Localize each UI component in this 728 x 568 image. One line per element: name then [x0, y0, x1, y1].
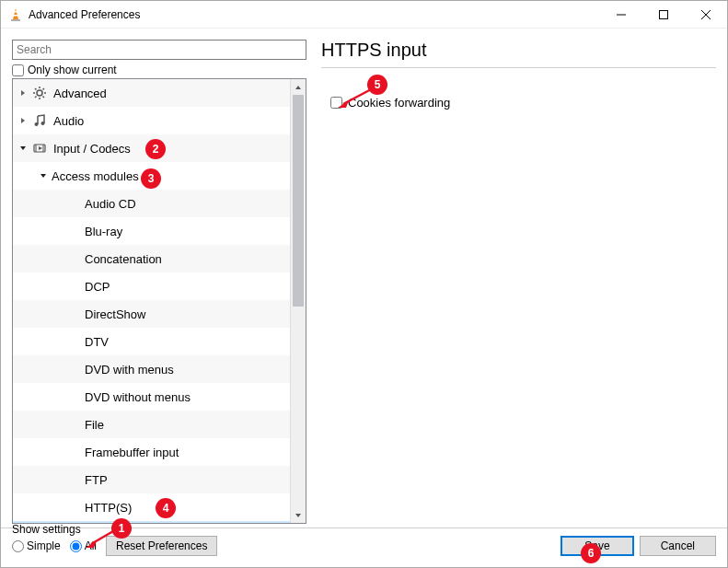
tree-item-concatenation[interactable]: Concatenation: [13, 245, 290, 272]
tree-item-dcp[interactable]: DCP: [13, 272, 290, 300]
vlc-cone-icon: [8, 7, 23, 22]
svg-line-15: [43, 97, 45, 99]
svg-rect-1: [14, 11, 17, 13]
tree-item-framebuffer-input[interactable]: Framebuffer input: [13, 438, 290, 466]
radio-simple[interactable]: [12, 540, 24, 552]
svg-marker-28: [295, 514, 301, 517]
tree-item-label: HTTP(S): [85, 501, 132, 515]
tree-item-audio-cd[interactable]: Audio CD: [13, 190, 290, 217]
tree-item-label: Concatenation: [85, 252, 162, 266]
tree-item-label: Audio CD: [85, 197, 136, 211]
only-show-current-row[interactable]: Only show current: [12, 64, 306, 76]
tree-item-ftp[interactable]: FTP: [13, 466, 290, 493]
show-settings-all[interactable]: All: [70, 539, 97, 552]
svg-rect-5: [660, 10, 668, 18]
right-panel: HTTPS input Cookies forwarding: [321, 40, 716, 524]
tree-item-label: Blu-ray: [85, 225, 122, 238]
only-show-current-checkbox[interactable]: [12, 64, 24, 76]
scroll-thumb[interactable]: [293, 95, 304, 307]
tree-item-audio[interactable]: Audio: [13, 107, 290, 134]
svg-marker-27: [295, 86, 301, 89]
tree-item-directshow[interactable]: DirectShow: [13, 300, 290, 328]
tree-item-label: Access modules: [52, 169, 139, 183]
save-button[interactable]: Save: [560, 536, 633, 556]
tree-item-label: File: [85, 418, 104, 432]
titlebar: Advanced Preferences: [1, 1, 727, 29]
show-settings-label: Show settings: [12, 523, 81, 536]
tree-item-dvd-without-menus[interactable]: DVD without menus: [13, 383, 290, 411]
close-button[interactable]: [685, 1, 727, 29]
chevron-down-icon[interactable]: [37, 171, 50, 181]
preferences-tree: AdvancedAudioInput / CodecsAccess module…: [12, 78, 306, 524]
reset-preferences-button[interactable]: Reset Preferences: [106, 536, 217, 556]
chevron-right-icon[interactable]: [17, 116, 29, 126]
window-controls: [600, 1, 727, 29]
tree-item-advanced[interactable]: Advanced: [13, 79, 290, 107]
svg-point-9: [37, 90, 42, 96]
window-title: Advanced Preferences: [29, 8, 600, 21]
chevron-right-icon[interactable]: [17, 88, 29, 99]
tree-item-label: DCP: [85, 280, 110, 294]
tree-item-http-s-[interactable]: HTTP(S): [13, 493, 290, 521]
only-show-current-label: Only show current: [28, 64, 117, 76]
chevron-down-icon[interactable]: [17, 144, 29, 154]
svg-marker-26: [40, 174, 46, 178]
svg-rect-3: [11, 19, 20, 21]
tree-item-label: DTV: [85, 335, 109, 349]
footer: Show settings Simple All Reset Preferenc…: [1, 527, 727, 567]
cookies-forwarding-row[interactable]: Cookies forwarding: [330, 96, 716, 110]
scroll-up-button[interactable]: [291, 79, 306, 95]
left-panel: Only show current AdvancedAudioInput / C…: [12, 40, 306, 524]
tree-item-input-codecs[interactable]: Input / Codecs: [13, 134, 290, 162]
tree-item-label: Audio: [53, 114, 84, 128]
tree-item-label: Advanced: [53, 87, 107, 100]
minimize-button[interactable]: [600, 1, 642, 29]
tree-item-access-modules[interactable]: Access modules: [13, 162, 290, 190]
svg-line-17: [43, 88, 45, 90]
section-title: HTTPS input: [321, 40, 716, 64]
tree-item-file[interactable]: File: [13, 411, 290, 438]
tree-item-dvd-with-menus[interactable]: DVD with menus: [13, 355, 290, 383]
show-settings-simple[interactable]: Simple: [12, 539, 61, 552]
cookies-forwarding-checkbox[interactable]: [330, 97, 342, 109]
music-icon: [31, 112, 48, 129]
codec-icon: [31, 140, 48, 156]
tree-item-label: Framebuffer input: [85, 446, 179, 459]
tree-scrollbar[interactable]: [290, 79, 306, 523]
svg-point-19: [35, 122, 39, 126]
section-divider: [321, 67, 716, 68]
radio-all[interactable]: [70, 540, 82, 552]
gear-icon: [31, 85, 48, 101]
tree-item-label: Input / Codecs: [53, 142, 131, 156]
svg-rect-2: [13, 15, 18, 17]
scroll-down-button[interactable]: [291, 507, 306, 523]
tree-item-label: DVD without menus: [85, 390, 191, 404]
preferences-window: Advanced Preferences Only show current A…: [0, 0, 728, 568]
svg-line-14: [35, 88, 37, 90]
svg-line-16: [35, 97, 37, 99]
tree-item-label: DVD with menus: [85, 363, 174, 377]
svg-marker-8: [21, 90, 25, 96]
tree-item-dtv[interactable]: DTV: [13, 328, 290, 355]
tree-item-label: FTP: [85, 473, 108, 487]
tree-item-blu-ray[interactable]: Blu-ray: [13, 217, 290, 245]
cookies-forwarding-label: Cookies forwarding: [348, 96, 450, 110]
svg-marker-21: [20, 146, 26, 150]
svg-point-20: [41, 122, 45, 125]
svg-marker-25: [39, 146, 42, 150]
svg-marker-0: [13, 8, 18, 19]
cancel-button[interactable]: Cancel: [640, 536, 716, 556]
tree-item-label: DirectShow: [85, 307, 145, 321]
svg-marker-18: [21, 118, 25, 123]
maximize-button[interactable]: [642, 1, 685, 29]
scroll-track[interactable]: [291, 95, 306, 507]
search-input[interactable]: [12, 40, 306, 60]
